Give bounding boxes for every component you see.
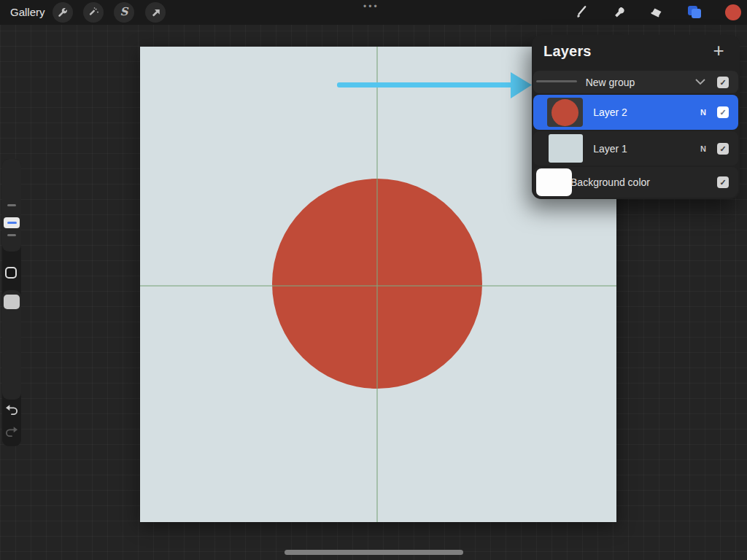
layer-name: Layer 1 [533, 143, 687, 155]
redo-icon [5, 426, 18, 438]
eraser-icon [649, 5, 664, 20]
paint-brush-icon [574, 5, 589, 20]
layers-icon [686, 4, 703, 21]
smudge-finger-icon [612, 5, 627, 20]
layer-row-new-group[interactable]: New group ✓ [533, 71, 738, 93]
modify-square-icon [5, 267, 17, 279]
chevron-down-icon[interactable] [694, 77, 706, 86]
layer-visibility-checkbox[interactable]: ✓ [717, 77, 729, 88]
opacity-slider[interactable] [2, 290, 21, 400]
blend-mode-badge[interactable]: N [700, 144, 706, 153]
layers-panel: Layers + New group ✓ Layer 2 N ✓ [532, 35, 740, 199]
actions-button[interactable] [53, 2, 73, 23]
color-tool-button[interactable] [723, 2, 743, 23]
procreate-workspace: Gallery S [0, 0, 747, 560]
vertical-guide-line [376, 47, 378, 522]
undo-icon [5, 404, 18, 416]
add-layer-button[interactable]: + [708, 39, 729, 61]
color-swatch-icon [725, 4, 741, 20]
transform-arrow-icon [150, 7, 161, 18]
horizontal-guide-line [140, 285, 616, 287]
gallery-button[interactable]: Gallery [10, 6, 45, 18]
home-indicator[interactable] [285, 550, 463, 555]
layer-row-background-color[interactable]: Background color ✓ [533, 167, 738, 198]
layers-tool-button[interactable] [684, 2, 705, 23]
layer-visibility-checkbox[interactable]: ✓ [717, 106, 729, 118]
opacity-handle[interactable] [4, 295, 20, 309]
blend-mode-badge[interactable]: N [700, 108, 706, 117]
layer-row-layer-2[interactable]: Layer 2 N ✓ [533, 95, 738, 130]
handle-accent-bar [7, 222, 17, 224]
layer-name: Layer 2 [533, 106, 687, 118]
layer-name: New group [533, 77, 687, 88]
redo-button[interactable] [4, 424, 19, 439]
layer-visibility-checkbox[interactable]: ✓ [717, 176, 729, 188]
selection-s-icon: S [120, 7, 128, 18]
undo-button[interactable] [4, 402, 19, 417]
brush-size-handle[interactable] [4, 217, 20, 228]
layers-panel-title: Layers [543, 43, 592, 60]
layer-name: Background color [533, 176, 687, 188]
layer-visibility-checkbox[interactable]: ✓ [717, 143, 729, 155]
transform-button[interactable] [145, 2, 166, 23]
magic-wand-icon [88, 7, 99, 18]
layer-row-layer-1[interactable]: Layer 1 N ✓ [533, 131, 738, 166]
slider-tick [7, 204, 16, 206]
left-sidebar [2, 159, 21, 446]
annotation-arrow-icon [336, 71, 533, 99]
layers-panel-header: Layers + [532, 35, 740, 69]
adjustments-button[interactable] [83, 2, 104, 23]
paint-tool-button[interactable] [571, 2, 592, 23]
erase-tool-button[interactable] [646, 2, 667, 23]
canvas-options-button[interactable]: ••• [363, 1, 379, 12]
smudge-tool-button[interactable] [609, 2, 630, 23]
modify-button[interactable] [5, 266, 18, 279]
brush-size-slider[interactable] [2, 159, 21, 252]
selection-button[interactable]: S [114, 2, 134, 23]
top-toolbar: Gallery S [0, 0, 747, 25]
wrench-icon [57, 7, 69, 18]
slider-tick [7, 234, 16, 236]
